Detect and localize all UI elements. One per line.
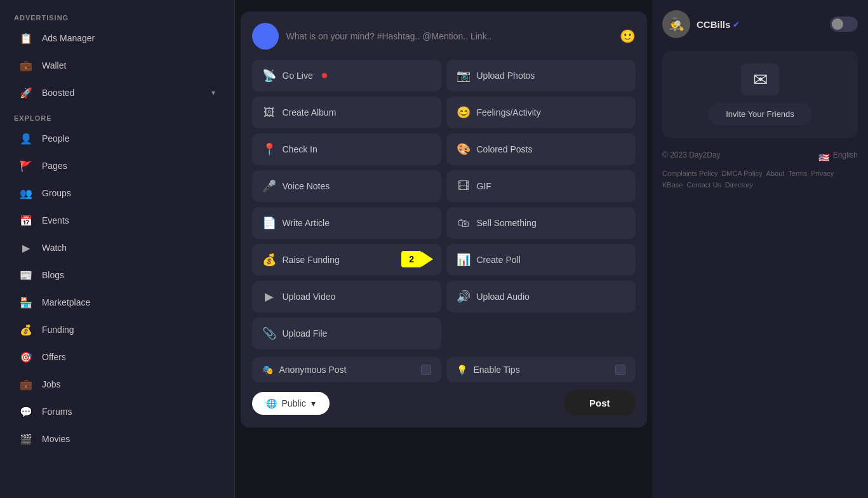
post-modal: What is on your mind? #Hashtag.. @Mentio…	[241, 11, 647, 427]
feelings-activity-button[interactable]: 😊 Feelings/Activity	[446, 97, 636, 128]
post-input-row: What is on your mind? #Hashtag.. @Mentio…	[252, 23, 636, 50]
gif-label: GIF	[477, 181, 491, 191]
footer-link-terms[interactable]: Terms	[788, 170, 807, 177]
upload-video-label: Upload Video	[283, 292, 336, 302]
actions-grid: 📡 Go Live 📷 Upload Photos 🖼 Create Album…	[252, 60, 636, 349]
avatar	[252, 23, 279, 50]
upload-photos-button[interactable]: 📷 Upload Photos	[446, 60, 636, 91]
check-in-label: Check In	[283, 144, 317, 154]
forums-icon: 💬	[19, 405, 33, 419]
theme-toggle[interactable]	[830, 17, 858, 32]
live-indicator	[322, 73, 327, 78]
upload-audio-icon: 🔊	[457, 290, 471, 304]
footer-copyright: © 2023 Day2Day	[662, 151, 721, 159]
sidebar-section-advertising: ADVERTISING	[0, 6, 234, 24]
movies-icon: 🎬	[19, 432, 33, 446]
sidebar-item-label: Boosted	[42, 88, 74, 98]
user-avatar: 🕵	[662, 10, 690, 38]
sidebar-item-label: Marketplace	[42, 297, 90, 307]
colored-posts-icon: 🎨	[457, 142, 471, 156]
colored-posts-button[interactable]: 🎨 Colored Posts	[446, 133, 636, 165]
bottom-row: 🌐 Public ▾ Post	[252, 390, 636, 416]
gif-button[interactable]: 🎞 GIF	[446, 170, 636, 202]
globe-icon: 🌐	[266, 398, 277, 408]
upload-file-button[interactable]: 📎 Upload File	[252, 318, 441, 349]
raise-funding-icon: 💰	[262, 253, 276, 267]
create-poll-icon: 📊	[457, 253, 471, 267]
voice-notes-icon: 🎤	[262, 179, 276, 193]
write-article-button[interactable]: 📄 Write Article	[252, 207, 441, 239]
groups-icon: 👥	[19, 186, 33, 200]
write-article-label: Write Article	[283, 218, 330, 228]
invite-friends-button[interactable]: Invite Your Friends	[708, 103, 812, 125]
footer-link-dmca[interactable]: DMCA Policy	[721, 170, 762, 177]
public-button[interactable]: 🌐 Public ▾	[252, 392, 330, 415]
footer-link-directory[interactable]: Directory	[725, 181, 753, 189]
sell-something-icon: 🛍	[457, 217, 471, 230]
right-top-bar: 🕵 CCBills ✔	[662, 10, 858, 38]
voice-notes-button[interactable]: 🎤 Voice Notes	[252, 170, 441, 202]
post-placeholder[interactable]: What is on your mind? #Hashtag.. @Mentio…	[286, 31, 612, 41]
raise-funding-label: Raise Funding	[283, 255, 340, 265]
sidebar-item-forums[interactable]: 💬 Forums	[5, 398, 229, 425]
anonymous-post-toggle[interactable]: 🎭 Anonymous Post	[252, 357, 441, 382]
upload-photos-icon: 📷	[457, 69, 471, 83]
footer-link-kbase[interactable]: KBase	[662, 181, 683, 189]
sidebar-item-label: Forums	[42, 407, 72, 417]
footer-links: Complaints Policy DMCA Policy About Term…	[662, 170, 858, 189]
write-article-icon: 📄	[262, 216, 276, 230]
footer-link-privacy[interactable]: Privacy	[811, 170, 834, 177]
sidebar-item-groups[interactable]: 👥 Groups	[5, 180, 229, 206]
footer-lang: English	[833, 151, 858, 159]
sidebar-item-label: Funding	[42, 325, 74, 335]
sidebar-item-watch[interactable]: ▶ Watch	[5, 234, 229, 261]
jobs-icon: 💼	[19, 377, 33, 391]
watch-icon: ▶	[19, 241, 33, 255]
sidebar-item-label: Events	[42, 215, 69, 225]
create-poll-button[interactable]: 📊 Create Poll	[446, 244, 636, 276]
sidebar: ADVERTISING 📋 Ads Manager 💼 Wallet 🚀 Boo…	[0, 0, 235, 498]
enable-tips-checkbox[interactable]	[615, 365, 625, 375]
sidebar-item-events[interactable]: 📅 Events	[5, 207, 229, 234]
create-album-button[interactable]: 🖼 Create Album	[252, 97, 441, 128]
sidebar-item-jobs[interactable]: 💼 Jobs	[5, 371, 229, 398]
sidebar-item-pages[interactable]: 🚩 Pages	[5, 152, 229, 179]
footer-link-about[interactable]: About	[766, 170, 785, 177]
go-live-button[interactable]: 📡 Go Live	[252, 60, 441, 91]
sidebar-item-ads-manager[interactable]: 📋 Ads Manager	[5, 25, 229, 51]
sidebar-item-people[interactable]: 👤 People	[5, 125, 229, 152]
sidebar-item-movies[interactable]: 🎬 Movies	[5, 426, 229, 452]
footer-link-contact[interactable]: Contact Us	[686, 181, 721, 189]
sidebar-item-boosted[interactable]: 🚀 Boosted ▾	[5, 79, 229, 106]
anonymous-post-label: Anonymous Post	[279, 365, 347, 375]
anonymous-post-label-group: 🎭 Anonymous Post	[262, 365, 347, 375]
footer-link-complaints[interactable]: Complaints Policy	[662, 170, 718, 177]
check-in-button[interactable]: 📍 Check In	[252, 133, 441, 165]
upload-file-icon: 📎	[262, 326, 276, 340]
create-album-label: Create Album	[283, 107, 337, 118]
sidebar-item-label: Groups	[42, 188, 71, 198]
upload-file-label: Upload File	[283, 328, 328, 339]
sell-something-button[interactable]: 🛍 Sell Something	[446, 207, 636, 239]
raise-funding-button[interactable]: 💰 Raise Funding	[252, 244, 441, 276]
sidebar-item-label: People	[42, 133, 70, 144]
funding-icon: 💰	[19, 323, 33, 337]
sidebar-item-blogs[interactable]: 📰 Blogs	[5, 262, 229, 288]
upload-audio-button[interactable]: 🔊 Upload Audio	[446, 281, 636, 313]
create-poll-label: Create Poll	[477, 255, 521, 265]
sidebar-item-offers[interactable]: 🎯 Offers	[5, 344, 229, 370]
flag-icon: 🇺🇸	[818, 152, 829, 163]
emoji-icon[interactable]: 🙂	[620, 29, 636, 44]
user-name: CCBills	[697, 19, 730, 30]
post-button[interactable]: Post	[564, 390, 636, 416]
sidebar-item-wallet[interactable]: 💼 Wallet	[5, 52, 229, 79]
sidebar-item-label: Ads Manager	[42, 33, 95, 43]
sidebar-item-marketplace[interactable]: 🏪 Marketplace	[5, 289, 229, 316]
enable-tips-toggle[interactable]: 💡 Enable Tips	[446, 357, 636, 382]
sidebar-item-funding[interactable]: 💰 Funding	[5, 316, 229, 343]
sidebar-item-label: Movies	[42, 434, 70, 444]
upload-video-button[interactable]: ▶ Upload Video	[252, 281, 441, 313]
sidebar-item-label: Watch	[42, 243, 67, 253]
main-content: What is on your mind? #Hashtag.. @Mentio…	[235, 0, 652, 498]
anonymous-post-checkbox[interactable]	[421, 365, 431, 375]
